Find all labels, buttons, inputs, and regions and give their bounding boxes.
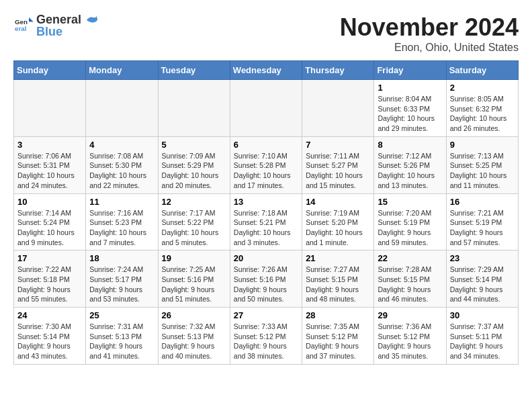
day-info: Sunrise: 7:32 AM Sunset: 5:13 PM Dayligh… bbox=[162, 322, 226, 361]
day-info: Sunrise: 8:05 AM Sunset: 6:32 PM Dayligh… bbox=[450, 94, 515, 134]
calendar-cell: 16Sunrise: 7:21 AM Sunset: 5:19 PM Dayli… bbox=[446, 193, 518, 250]
weekday-header-thursday: Thursday bbox=[302, 61, 374, 80]
day-number: 30 bbox=[450, 310, 515, 320]
calendar-cell: 10Sunrise: 7:14 AM Sunset: 5:24 PM Dayli… bbox=[14, 193, 86, 250]
day-number: 29 bbox=[378, 310, 442, 320]
day-number: 4 bbox=[89, 140, 154, 150]
day-number: 3 bbox=[17, 140, 82, 150]
day-info: Sunrise: 7:19 AM Sunset: 5:20 PM Dayligh… bbox=[306, 208, 370, 248]
day-number: 23 bbox=[450, 253, 515, 263]
calendar-cell: 23Sunrise: 7:29 AM Sunset: 5:14 PM Dayli… bbox=[446, 250, 518, 308]
day-number: 13 bbox=[234, 197, 298, 207]
day-info: Sunrise: 7:16 AM Sunset: 5:23 PM Dayligh… bbox=[89, 208, 154, 248]
day-number: 24 bbox=[17, 310, 82, 320]
calendar-cell: 27Sunrise: 7:33 AM Sunset: 5:12 PM Dayli… bbox=[230, 308, 302, 365]
calendar-cell: 11Sunrise: 7:16 AM Sunset: 5:23 PM Dayli… bbox=[86, 193, 158, 250]
logo[interactable]: Gen eral General Blue bbox=[13, 13, 97, 38]
day-info: Sunrise: 7:37 AM Sunset: 5:11 PM Dayligh… bbox=[450, 322, 515, 361]
day-info: Sunrise: 7:31 AM Sunset: 5:13 PM Dayligh… bbox=[89, 322, 154, 361]
location-label: Enon, Ohio, United States bbox=[340, 42, 519, 54]
calendar-cell: 8Sunrise: 7:12 AM Sunset: 5:26 PM Daylig… bbox=[374, 136, 446, 193]
calendar-cell: 7Sunrise: 7:11 AM Sunset: 5:27 PM Daylig… bbox=[302, 136, 374, 193]
calendar-cell: 3Sunrise: 7:06 AM Sunset: 5:31 PM Daylig… bbox=[14, 136, 86, 193]
day-number: 5 bbox=[162, 140, 226, 150]
logo-icon: Gen eral bbox=[15, 15, 34, 34]
calendar-cell bbox=[302, 80, 374, 137]
day-number: 12 bbox=[162, 197, 226, 207]
day-info: Sunrise: 7:35 AM Sunset: 5:12 PM Dayligh… bbox=[306, 322, 370, 361]
day-info: Sunrise: 7:12 AM Sunset: 5:26 PM Dayligh… bbox=[378, 151, 442, 191]
day-number: 25 bbox=[89, 310, 154, 320]
day-info: Sunrise: 7:33 AM Sunset: 5:12 PM Dayligh… bbox=[234, 322, 298, 361]
calendar-cell: 1Sunrise: 8:04 AM Sunset: 6:33 PM Daylig… bbox=[374, 80, 446, 137]
logo-blue: Blue bbox=[36, 26, 97, 38]
calendar-cell bbox=[230, 80, 302, 137]
calendar-cell: 26Sunrise: 7:32 AM Sunset: 5:13 PM Dayli… bbox=[158, 308, 230, 365]
weekday-header-monday: Monday bbox=[86, 61, 158, 80]
day-info: Sunrise: 7:21 AM Sunset: 5:19 PM Dayligh… bbox=[450, 208, 515, 248]
day-number: 27 bbox=[234, 310, 298, 320]
calendar-cell: 21Sunrise: 7:27 AM Sunset: 5:15 PM Dayli… bbox=[302, 250, 374, 308]
weekday-header-tuesday: Tuesday bbox=[158, 61, 230, 80]
calendar-cell bbox=[86, 80, 158, 137]
day-number: 7 bbox=[306, 140, 370, 150]
title-block: November 2024 Enon, Ohio, United States bbox=[340, 13, 519, 54]
day-info: Sunrise: 8:04 AM Sunset: 6:33 PM Dayligh… bbox=[378, 94, 442, 134]
logo-bird-icon bbox=[85, 15, 97, 25]
day-info: Sunrise: 7:26 AM Sunset: 5:16 PM Dayligh… bbox=[234, 265, 298, 304]
month-title: November 2024 bbox=[340, 13, 519, 42]
calendar-cell: 20Sunrise: 7:26 AM Sunset: 5:16 PM Dayli… bbox=[230, 250, 302, 308]
weekday-header-wednesday: Wednesday bbox=[230, 61, 302, 80]
day-number: 17 bbox=[17, 253, 82, 263]
day-number: 6 bbox=[234, 140, 298, 150]
calendar-cell: 29Sunrise: 7:36 AM Sunset: 5:12 PM Dayli… bbox=[374, 308, 446, 365]
page-header: Gen eral General Blue November 2024 Enon… bbox=[13, 13, 519, 54]
day-info: Sunrise: 7:29 AM Sunset: 5:14 PM Dayligh… bbox=[450, 265, 515, 304]
day-info: Sunrise: 7:14 AM Sunset: 5:24 PM Dayligh… bbox=[17, 208, 82, 248]
day-info: Sunrise: 7:17 AM Sunset: 5:22 PM Dayligh… bbox=[162, 208, 226, 248]
day-number: 18 bbox=[89, 253, 154, 263]
day-info: Sunrise: 7:28 AM Sunset: 5:15 PM Dayligh… bbox=[378, 265, 442, 304]
day-number: 20 bbox=[234, 253, 298, 263]
day-number: 10 bbox=[17, 197, 82, 207]
day-info: Sunrise: 7:20 AM Sunset: 5:19 PM Dayligh… bbox=[378, 208, 442, 248]
day-info: Sunrise: 7:10 AM Sunset: 5:28 PM Dayligh… bbox=[234, 151, 298, 191]
day-number: 15 bbox=[378, 197, 442, 207]
calendar-cell: 18Sunrise: 7:24 AM Sunset: 5:17 PM Dayli… bbox=[86, 250, 158, 308]
day-info: Sunrise: 7:08 AM Sunset: 5:30 PM Dayligh… bbox=[89, 151, 154, 191]
day-info: Sunrise: 7:22 AM Sunset: 5:18 PM Dayligh… bbox=[17, 265, 82, 304]
day-number: 22 bbox=[378, 253, 442, 263]
calendar-cell: 6Sunrise: 7:10 AM Sunset: 5:28 PM Daylig… bbox=[230, 136, 302, 193]
day-number: 2 bbox=[450, 83, 515, 93]
calendar-cell bbox=[14, 80, 86, 137]
calendar-week-row: 10Sunrise: 7:14 AM Sunset: 5:24 PM Dayli… bbox=[14, 193, 519, 250]
day-number: 28 bbox=[306, 310, 370, 320]
day-info: Sunrise: 7:09 AM Sunset: 5:29 PM Dayligh… bbox=[162, 151, 226, 191]
day-number: 11 bbox=[89, 197, 154, 207]
day-info: Sunrise: 7:25 AM Sunset: 5:16 PM Dayligh… bbox=[162, 265, 226, 304]
calendar-week-row: 1Sunrise: 8:04 AM Sunset: 6:33 PM Daylig… bbox=[14, 80, 519, 137]
weekday-header-sunday: Sunday bbox=[14, 61, 86, 80]
calendar-week-row: 17Sunrise: 7:22 AM Sunset: 5:18 PM Dayli… bbox=[14, 250, 519, 308]
day-number: 19 bbox=[162, 253, 226, 263]
calendar-cell: 9Sunrise: 7:13 AM Sunset: 5:25 PM Daylig… bbox=[446, 136, 518, 193]
day-info: Sunrise: 7:06 AM Sunset: 5:31 PM Dayligh… bbox=[17, 151, 82, 191]
day-number: 14 bbox=[306, 197, 370, 207]
day-number: 21 bbox=[306, 253, 370, 263]
calendar-week-row: 24Sunrise: 7:30 AM Sunset: 5:14 PM Dayli… bbox=[14, 308, 519, 365]
weekday-header-saturday: Saturday bbox=[446, 61, 518, 80]
calendar-week-row: 3Sunrise: 7:06 AM Sunset: 5:31 PM Daylig… bbox=[14, 136, 519, 193]
day-number: 1 bbox=[378, 83, 442, 93]
day-info: Sunrise: 7:24 AM Sunset: 5:17 PM Dayligh… bbox=[89, 265, 154, 304]
day-info: Sunrise: 7:27 AM Sunset: 5:15 PM Dayligh… bbox=[306, 265, 370, 304]
day-number: 9 bbox=[450, 140, 515, 150]
calendar-cell: 12Sunrise: 7:17 AM Sunset: 5:22 PM Dayli… bbox=[158, 193, 230, 250]
weekday-header-row: SundayMondayTuesdayWednesdayThursdayFrid… bbox=[14, 61, 519, 80]
calendar-cell: 2Sunrise: 8:05 AM Sunset: 6:32 PM Daylig… bbox=[446, 80, 518, 137]
calendar-cell: 13Sunrise: 7:18 AM Sunset: 5:21 PM Dayli… bbox=[230, 193, 302, 250]
calendar-cell: 28Sunrise: 7:35 AM Sunset: 5:12 PM Dayli… bbox=[302, 308, 374, 365]
calendar-cell: 4Sunrise: 7:08 AM Sunset: 5:30 PM Daylig… bbox=[86, 136, 158, 193]
calendar-cell bbox=[158, 80, 230, 137]
day-info: Sunrise: 7:30 AM Sunset: 5:14 PM Dayligh… bbox=[17, 322, 82, 361]
calendar-cell: 22Sunrise: 7:28 AM Sunset: 5:15 PM Dayli… bbox=[374, 250, 446, 308]
